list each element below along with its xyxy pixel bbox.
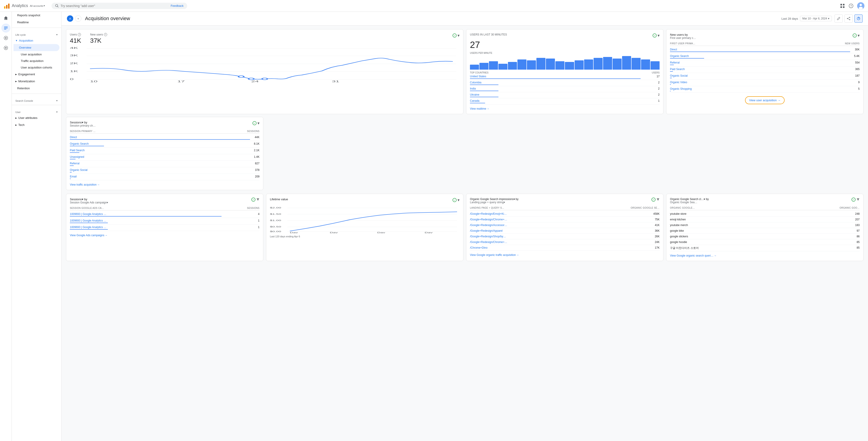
- table-cell-page[interactable]: /Google+Redesign/Apparel: [470, 229, 653, 232]
- view-user-acquisition-button[interactable]: View user acquisition →: [745, 96, 784, 104]
- svg-rect-6: [843, 4, 844, 5]
- organic-impressions-table-body: /Google+Redesign/Emoji+Ki…458K/Google+Re…: [470, 211, 659, 251]
- svg-text:31: 31: [332, 80, 339, 82]
- table-cell-page[interactable]: /Chrome+Dino: [470, 246, 653, 249]
- view-google-ads-link[interactable]: View Google Ads campaigns →: [70, 234, 259, 237]
- search-icon: [55, 4, 59, 8]
- feedback-link[interactable]: Feedback: [170, 4, 184, 7]
- table-cell-name[interactable]: Organic Social: [70, 168, 253, 171]
- organic-clicks-filter-icon[interactable]: [857, 198, 860, 201]
- sessions-menu-icon[interactable]: ▾: [257, 121, 259, 126]
- share-button[interactable]: [844, 14, 852, 23]
- table-cell-value: 1: [258, 219, 259, 222]
- table-cell-name[interactable]: Direct: [670, 48, 853, 51]
- search-console-section[interactable]: Search Console: [12, 96, 61, 103]
- rail-reports[interactable]: [1, 24, 10, 33]
- rail-explore[interactable]: [1, 33, 10, 42]
- svg-rect-8: [843, 6, 844, 8]
- sidebar-reports-snapshot[interactable]: Reports snapshot: [12, 12, 59, 19]
- organic-impressions-filter-icon[interactable]: [656, 198, 659, 201]
- table-cell-name[interactable]: 1009693 | Google Analytics …: [70, 213, 256, 216]
- add-view-button[interactable]: +: [75, 15, 81, 22]
- users-info-icon[interactable]: ?: [78, 33, 81, 36]
- table-cell-name[interactable]: Referral: [70, 162, 253, 165]
- table-cell-name[interactable]: 1009693 | Google Analytics …: [70, 226, 256, 229]
- table-cell-page[interactable]: /Google+Redesign/Chrome+…: [470, 241, 653, 244]
- rail-advertising[interactable]: [1, 43, 10, 53]
- sidebar-tech[interactable]: Tech: [12, 121, 61, 128]
- new-users-menu-icon[interactable]: ▾: [858, 33, 860, 38]
- table-cell-name[interactable]: Organic Shopping: [670, 87, 856, 90]
- table-cell-name[interactable]: Organic Search: [70, 142, 252, 145]
- sidebar-overview[interactable]: Overview: [13, 44, 59, 51]
- svg-rect-15: [4, 28, 8, 28]
- users-card-header: Users ? 41K New users ? 37K: [70, 33, 460, 44]
- table-cell-page[interactable]: /Google+Redesign/Chrome+…: [470, 218, 653, 221]
- table-cell-name[interactable]: 1009693 | Google Analytics …: [70, 219, 256, 222]
- lifecycle-section[interactable]: Life cycle: [12, 30, 61, 37]
- google-ads-check-icon: [251, 197, 255, 201]
- monetization-chevron: [16, 80, 17, 83]
- view-organic-search-link[interactable]: View Google organic search queri… →: [670, 254, 860, 257]
- table-cell-value: 86: [857, 235, 860, 238]
- table-cell-name[interactable]: Organic Video: [670, 81, 856, 84]
- table-cell-page[interactable]: /Google+Redesign/Accessor…: [470, 224, 653, 227]
- help-icon[interactable]: ?: [848, 3, 854, 8]
- table-cell-query: google bike: [670, 229, 855, 232]
- lifetime-menu-icon[interactable]: ▾: [458, 197, 460, 202]
- realtime-menu-icon[interactable]: ▾: [657, 33, 659, 38]
- svg-rect-2: [8, 4, 9, 8]
- table-cell-page[interactable]: /Google+Redesign/Shop/by…: [470, 235, 653, 238]
- table-row-bar: [70, 229, 108, 230]
- country-bar: [470, 97, 498, 97]
- new-users-info-icon[interactable]: ?: [104, 33, 107, 36]
- view-realtime-link[interactable]: View realtime →: [470, 107, 659, 110]
- apps-icon[interactable]: [840, 3, 845, 8]
- sidebar-user-acquisition-cohorts[interactable]: User acquisition cohorts: [12, 64, 59, 71]
- search-input[interactable]: [61, 4, 169, 8]
- country-name: Ukraine: [470, 93, 479, 96]
- table-cell-name[interactable]: Organic Social: [670, 74, 853, 77]
- table-cell-name[interactable]: Paid Search: [670, 68, 853, 71]
- rail-home[interactable]: [1, 13, 10, 23]
- country-value: 17: [657, 75, 659, 78]
- table-cell-name[interactable]: Email: [70, 175, 253, 178]
- table-cell-value: 41K: [655, 224, 659, 227]
- table-row: /Google+Redesign/Emoji+Ki…458K: [470, 211, 659, 217]
- user-avatar[interactable]: [857, 2, 864, 9]
- google-ads-filter-icon[interactable]: [256, 198, 259, 201]
- svg-point-21: [849, 17, 850, 18]
- table-cell-page[interactable]: /Google+Redesign/Emoji+Ki…: [470, 212, 651, 215]
- user-section[interactable]: User: [12, 107, 61, 114]
- edit-report-button[interactable]: [835, 14, 843, 23]
- sidebar-divider-3: [12, 105, 61, 105]
- country-value: 1: [658, 99, 659, 102]
- sidebar-user-acquisition[interactable]: User acquisition: [12, 51, 59, 58]
- realtime-card: USERS IN LAST 30 MINUTES ▾ 27 USERS PER …: [466, 29, 663, 114]
- all-accounts-dropdown[interactable]: All accounts ▾: [30, 4, 45, 7]
- google-ads-subtitle: Session Google Ads campaign▾: [70, 201, 108, 204]
- sidebar-engagement[interactable]: Engagement: [12, 71, 61, 78]
- table-cell-name[interactable]: Referral: [670, 61, 853, 64]
- table-row-bar: [70, 223, 108, 223]
- search-bar[interactable]: Feedback: [52, 3, 187, 9]
- view-traffic-acquisition-link[interactable]: View traffic acquisition →: [70, 183, 259, 186]
- insights-button[interactable]: [855, 14, 863, 23]
- realtime-check-icon: [653, 33, 657, 37]
- table-cell-name[interactable]: Paid Search: [70, 149, 252, 152]
- date-range-picker[interactable]: Mar 10 - Apr 6, 2024 ▾: [800, 16, 832, 21]
- table-cell-name[interactable]: Organic Search: [670, 55, 852, 58]
- realtime-bar: [536, 58, 546, 70]
- table-cell-name[interactable]: Direct: [70, 136, 253, 139]
- users-menu-icon[interactable]: ▾: [458, 33, 460, 38]
- sidebar-traffic-acquisition[interactable]: Traffic acquisition: [12, 58, 59, 64]
- sidebar-acquisition[interactable]: ▼ Acquisition: [12, 37, 61, 44]
- table-row: /Google+Redesign/Apparel36K: [470, 228, 659, 234]
- sidebar-realtime[interactable]: Realtime: [12, 19, 59, 26]
- table-row: Direct30K: [670, 47, 860, 53]
- view-organic-traffic-link[interactable]: View Google organic traffic acquisition …: [470, 253, 659, 257]
- sidebar-monetization[interactable]: Monetization: [12, 78, 61, 85]
- sidebar-retention[interactable]: Retention: [12, 85, 59, 92]
- table-cell-name[interactable]: Unassigned: [70, 155, 252, 158]
- sidebar-user-attributes[interactable]: User attributes: [12, 114, 61, 121]
